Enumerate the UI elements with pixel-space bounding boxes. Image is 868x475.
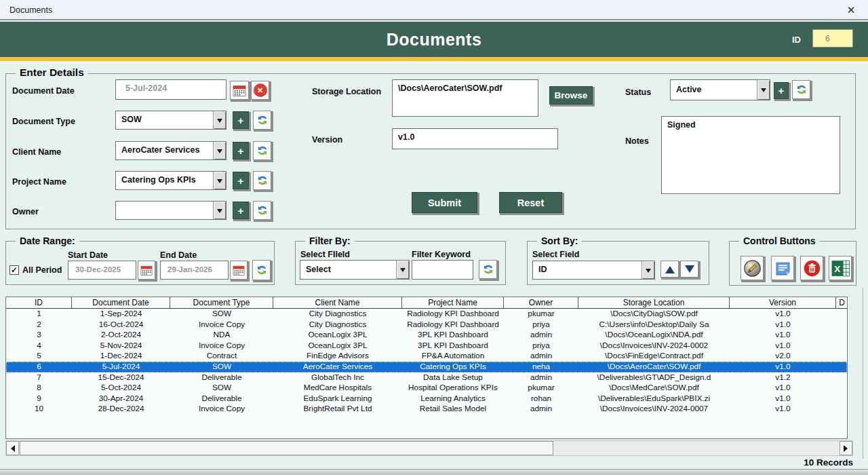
filter-keyword-input[interactable] <box>412 260 473 280</box>
end-date-label: End Date <box>160 250 197 260</box>
client-name-select[interactable]: AeroCater Services <box>115 141 226 160</box>
client-name-label: Client Name <box>12 147 61 157</box>
browse-button[interactable]: Browse <box>549 86 593 104</box>
table-cell: 5-Oct-2024 <box>72 383 170 394</box>
column-header[interactable]: Client Name <box>273 297 402 308</box>
table-row[interactable]: 216-Oct-2024Invoice CopyCity Diagnostics… <box>6 320 847 330</box>
add-client-button[interactable]: + <box>233 142 249 159</box>
column-header[interactable]: Project Name <box>402 297 504 308</box>
table-cell: NDA <box>170 330 273 341</box>
table-cell: priya <box>504 341 578 352</box>
refresh-project-button[interactable] <box>253 171 271 190</box>
table-cell: \Deliverables\EduSpark\PBIX.zi <box>578 394 730 404</box>
project-name-select[interactable]: Catering Ops KPIs <box>115 171 226 190</box>
close-button[interactable]: ✕ <box>845 4 857 16</box>
column-header[interactable]: Owner <box>504 297 578 308</box>
table-cell <box>836 404 848 415</box>
sort-by-legend: Sort By: <box>537 235 582 246</box>
table-cell: admin <box>504 373 578 383</box>
refresh-client-button[interactable] <box>253 141 271 160</box>
refresh-owner-button[interactable] <box>253 201 271 220</box>
scroll-right-button[interactable] <box>840 441 852 455</box>
table-row[interactable]: 45-Nov-2024Invoice CopyOceanLogix 3PL3PL… <box>6 341 847 352</box>
document-date-label: Document Date <box>12 86 75 96</box>
table-cell: 6 <box>6 362 72 373</box>
horizontal-scrollbar[interactable] <box>5 440 853 456</box>
status-select[interactable]: Active <box>670 79 770 100</box>
notes-button[interactable] <box>771 256 794 280</box>
document-date-field[interactable]: 5-Jul-2024 <box>115 79 226 100</box>
table-cell: Deliverable <box>170 373 273 383</box>
add-status-button[interactable]: + <box>774 82 789 99</box>
filter-field-label: Select FIleld <box>300 250 350 259</box>
column-header[interactable]: D <box>836 297 848 308</box>
table-row[interactable]: 65-Jul-2024SOWAeroCater ServicesCatering… <box>6 362 847 373</box>
submit-button[interactable]: Submit <box>412 192 477 213</box>
version-label: Version <box>312 135 342 145</box>
end-date-calendar-button[interactable] <box>230 261 248 280</box>
start-date-field[interactable]: 30-Dec-2025 <box>68 261 136 280</box>
table-cell: admin <box>504 351 578 362</box>
sort-descending-button[interactable] <box>680 261 698 278</box>
clear-icon: ✕ <box>254 83 267 97</box>
filter-field-select[interactable]: Select <box>300 260 410 280</box>
edit-button[interactable] <box>741 256 764 280</box>
reset-button[interactable]: Reset <box>499 192 562 213</box>
add-owner-button[interactable]: + <box>233 202 249 219</box>
column-header[interactable]: Document Type <box>170 297 273 308</box>
column-header[interactable]: ID <box>6 297 72 308</box>
table-cell: SOW <box>170 309 273 320</box>
filter-by-legend: Filter By: <box>305 235 355 246</box>
refresh-document-type-button[interactable] <box>253 111 271 130</box>
table-row[interactable]: 32-Oct-2024NDAOceanLogix 3PL3PL KPI Dash… <box>6 330 847 341</box>
clear-date-button[interactable]: ✕ <box>251 81 269 100</box>
table-row[interactable]: 1028-Dec-2024Invoice CopyBrightRetail Pv… <box>6 404 847 415</box>
table-row[interactable]: 11-Sep-2024SOWCity DiagnosticsRadiology … <box>6 309 847 320</box>
document-type-select[interactable]: SOW <box>115 111 226 130</box>
table-cell: \Docs\MedCare\SOW.pdf <box>578 383 730 394</box>
delete-button[interactable] <box>800 256 823 280</box>
table-cell: 4 <box>6 341 72 352</box>
sort-ascending-button[interactable] <box>660 261 679 278</box>
table-cell: v2.0 <box>730 351 836 362</box>
column-header[interactable]: Storage Location <box>578 297 730 308</box>
end-date-field[interactable]: 29-Jan-2026 <box>160 261 229 280</box>
refresh-date-range-button[interactable] <box>252 260 271 280</box>
add-document-type-button[interactable]: + <box>233 111 249 129</box>
refresh-filter-button[interactable] <box>479 260 497 279</box>
table-row[interactable]: 85-Oct-2024SOWMedCare HospitalsHospital … <box>6 383 847 394</box>
notes-field[interactable]: Signed <box>661 116 840 194</box>
document-type-value: SOW <box>116 111 213 129</box>
table-cell: Hospital Operations KPIs <box>402 383 504 394</box>
sort-field-label: Select Field <box>532 250 579 259</box>
version-field[interactable]: v1.0 <box>392 128 558 149</box>
table-cell: \Docs\CityDiag\SOW.pdf <box>578 309 730 320</box>
column-header[interactable]: Document Date <box>72 297 170 308</box>
owner-select[interactable] <box>115 201 226 220</box>
triangle-down-icon <box>685 265 694 278</box>
table-cell: City Diagnostics <box>273 309 402 320</box>
table-cell: \Docs\Invoices\INV-2024-0002 <box>578 341 730 352</box>
scrollbar-thumb[interactable] <box>20 441 553 455</box>
filter-field-value: Select <box>300 261 396 279</box>
start-date-calendar-button[interactable] <box>138 261 155 280</box>
add-project-button[interactable]: + <box>233 172 249 189</box>
table-cell: admin <box>504 404 578 415</box>
scroll-left-button[interactable] <box>6 441 19 455</box>
refresh-status-button[interactable] <box>792 80 810 99</box>
table-row[interactable]: 715-Dec-2024DeliverableGlobalTech IncDat… <box>6 373 847 383</box>
sort-field-select[interactable]: ID <box>532 261 655 280</box>
export-excel-button[interactable]: X <box>829 256 852 280</box>
arrow-left-icon <box>7 445 15 452</box>
table-cell: EduSpark Learning <box>273 394 402 404</box>
storage-location-field[interactable]: \Docs\AeroCater\SOW.pdf <box>392 79 538 117</box>
table-row[interactable]: 51-Dec-2024ContractFinEdge AdvisorsFP&A … <box>6 351 847 362</box>
chevron-down-icon <box>757 80 770 100</box>
all-period-checkbox[interactable] <box>9 265 19 275</box>
id-field[interactable]: 6 <box>812 29 853 48</box>
table-row[interactable]: 930-Apr-2024DeliverableEduSpark Learning… <box>6 394 847 404</box>
chevron-down-icon <box>213 202 226 219</box>
table-cell: \Deliverables\GT\ADF_Design.d <box>578 373 730 383</box>
document-date-calendar-button[interactable] <box>230 81 249 100</box>
column-header[interactable]: Version <box>730 297 836 308</box>
